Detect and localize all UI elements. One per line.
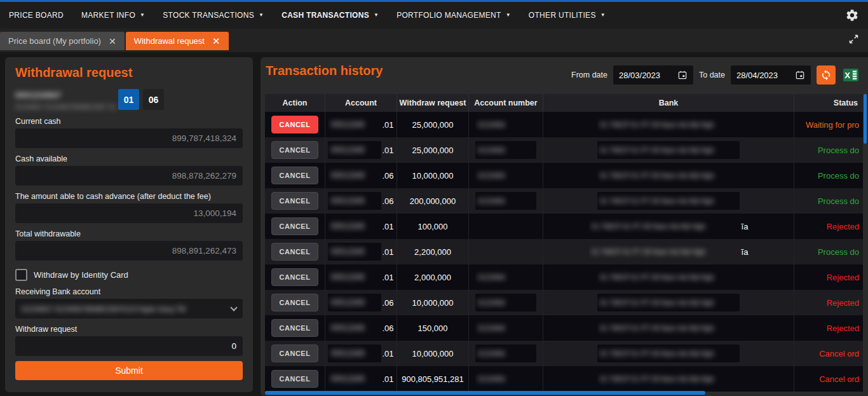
refresh-icon [820,69,832,81]
table-row: CANCEL00012345.012,000,000012345601 TMCP… [265,264,863,290]
cancel-button[interactable]: CANCEL [271,345,318,362]
cancel-button[interactable]: CANCEL [271,141,318,159]
account-suffix: .01 [382,222,393,231]
account-redacted: 00012345 [328,294,381,311]
settings-gear-icon[interactable] [844,7,860,24]
nav-item-market-info[interactable]: MARKET INFO ▼ [72,2,154,29]
caret-down-icon: ▼ [506,13,511,18]
account-redacted: 00012345 [328,167,381,184]
from-date-value: 28/03/2023 [619,71,660,80]
nav-item-portfolio-management[interactable]: PORTFOLIO MANAGEMENT ▼ [388,2,520,29]
account-number-redacted: 0123456 [475,345,536,362]
col-header-account: Account [325,94,397,112]
tab-withdrawal-request[interactable]: Withdrawal request ✕ [126,32,229,50]
tab-price-board[interactable]: Price board (My portfolio) ✕ [0,32,125,50]
withdraw-amount: 2,200,000 [414,247,451,257]
account-identity-redacted: 0001234567 01234567 0123456789ABCDEF 012… [15,89,118,111]
cancel-button[interactable]: CANCEL [271,192,318,210]
cancel-button[interactable]: CANCEL [271,243,318,261]
nav-label: OTHER UTILITIES [529,11,596,20]
close-icon[interactable]: ✕ [109,37,116,46]
account-number-redacted: 0123456 [475,319,536,337]
nav-item-cash-transactions[interactable]: CASH TRANSACTIONS ▼ [273,2,388,29]
bank-redacted: 01 TMCP 01 PT 09 Nam Hà Nội Ngh [597,192,740,210]
calendar-icon [795,70,805,80]
caret-down-icon: ▼ [140,13,145,18]
status-text: Rejected [827,273,859,282]
nav-item-stock-transactions[interactable]: STOCK TRANSACTIONS ▼ [154,2,273,29]
from-date-input[interactable]: 28/03/2023 [613,65,693,85]
status-text: Rejected [827,298,859,308]
account-suffix: .01 [382,273,393,282]
refresh-button[interactable] [817,65,836,85]
cash-advance-amount-label: The amount able to cash advance (after d… [15,192,243,201]
status-text: Process do [818,171,859,181]
to-date-label: To date [699,71,725,79]
vertical-scrollbar-thumb[interactable] [864,94,867,144]
calendar-icon [677,70,688,80]
status-text: Rejected [827,324,859,333]
cancel-button[interactable]: CANCEL [271,294,318,311]
withdraw-amount-input[interactable]: 0 [15,336,243,356]
total-withdrawable-label: Total withdrawable [15,229,243,238]
nav-label: PRICE BOARD [9,11,64,20]
bank-redacted: 01 TMCP 01 PT 09 Nam Hà Nội Ngh [589,217,742,235]
cancel-button[interactable]: CANCEL [271,370,318,388]
status-text: Process do [818,247,859,257]
cash-available-value: 898,878,262,279 [15,166,243,186]
table-row: CANCEL00012345.0110,000,000012345601 TMC… [265,341,863,366]
cancel-button[interactable]: CANCEL [271,116,318,133]
bank-redacted: 01 TMCP 01 PT 09 Nam Hà Nội Ngh [597,141,740,159]
caret-down-icon: ▼ [374,13,379,18]
withdraw-amount: 10,000,000 [412,298,453,308]
submit-button[interactable]: Submit [15,361,243,380]
cash-available-label: Cash available [15,154,243,163]
receiving-bank-account-select[interactable]: 01234567 0123456789ABCDEF0123 Ngân hàng … [15,299,243,318]
account-number-redacted: 0123456 [475,167,536,184]
withdrawal-panel-title: Withdrawal request [15,65,243,80]
account-suffix: .01 [382,374,393,384]
svg-text:X: X [844,71,850,80]
caret-down-icon: ▼ [259,13,264,18]
bank-redacted: 01 TMCP 01 PT 09 Nam Hà Nội Ngh [597,370,740,388]
bank-redacted: 01 TMCP 01 PT 09 Nam Hà Nội Ngh [597,319,740,337]
export-excel-button[interactable]: X [841,65,860,85]
cancel-button[interactable]: CANCEL [271,268,318,286]
cancel-button[interactable]: CANCEL [271,217,318,235]
receiving-bank-account-label: Receiving Bank account [15,287,243,296]
to-date-value: 28/04/2023 [736,71,778,80]
nav-label: CASH TRANSACTIONS [281,11,369,20]
withdrawal-request-panel: Withdrawal request 0001234567 01234567 0… [5,57,253,392]
subaccount-button-06[interactable]: 06 [143,89,164,110]
cancel-button[interactable]: CANCEL [271,319,318,337]
table-row: CANCEL00012345.01100,00001 TMCP 01 PT 09… [265,214,863,239]
status-text: Cancel ord [819,349,859,358]
table-row: CANCEL00012345.0610,000,000012345601 TMC… [265,290,863,315]
horizontal-scrollbar-thumb[interactable] [265,391,705,395]
account-redacted: 00012345 [328,141,381,159]
bank-redacted: 01 TMCP 01 PT 09 Nam Hà Nội Ngh [589,243,742,261]
transaction-history-panel: Transaction history From date 28/03/2023… [261,57,868,396]
account-suffix: .01 [382,120,393,130]
expand-icon[interactable] [848,34,859,47]
cancel-button[interactable]: CANCEL [271,167,318,184]
col-header-withdraw-request: Withdraw request [397,94,469,112]
transaction-table: Action Account Withdraw request Account … [265,94,863,392]
subaccount-button-01[interactable]: 01 [118,89,139,110]
close-icon[interactable]: ✕ [212,36,220,46]
table-row: CANCEL00012345.0610,000,000012345601 TMC… [265,163,863,188]
to-date-input[interactable]: 28/04/2023 [731,65,811,85]
table-row: CANCEL00012345.01900,805,951,28101234560… [265,366,863,392]
identity-card-checkbox[interactable] [15,269,27,281]
total-withdrawable-value: 898,891,262,473 [15,241,243,261]
account-number-redacted: 0123456 [475,268,536,286]
nav-item-price-board[interactable]: PRICE BOARD [0,2,72,29]
account-redacted: 00012345 [328,116,381,133]
nav-item-other-utilities[interactable]: OTHER UTILITIES ▼ [520,2,614,29]
current-cash-label: Current cash [15,117,243,126]
account-number-redacted: 0123456 [475,294,536,311]
account-suffix: .06 [382,171,393,181]
withdraw-amount: 10,000,000 [412,171,453,181]
status-text: Waiting for pro [806,120,859,130]
withdraw-amount: 2,000,000 [414,273,451,282]
